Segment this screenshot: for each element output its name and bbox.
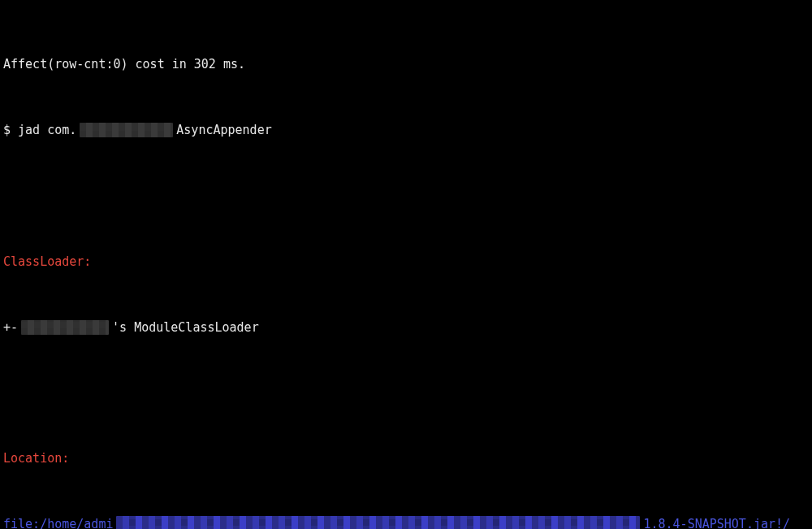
affect-status: Affect(row-cnt:0) cost in 302 ms. (3, 56, 245, 72)
shell-prompt: $ (3, 122, 18, 138)
classloader-suffix: 's ModuleClassLoader (112, 319, 259, 336)
command-jad-pre: jad com. (18, 122, 76, 138)
redacted-location-path (116, 516, 640, 529)
redacted-package-segment (80, 123, 173, 137)
command-jad-post: AsyncAppender (176, 122, 271, 138)
redacted-classloader-name (21, 320, 109, 335)
location-header: Location: (3, 450, 69, 466)
location-path-post: 1.8.4-SNAPSHOT.jar!/ (643, 516, 790, 529)
terminal-output[interactable]: Affect(row-cnt:0) cost in 302 ms. $ jad … (0, 0, 812, 529)
location-path-pre: file:/home/admi (3, 516, 113, 529)
tree-branch: +- (3, 319, 18, 336)
classloader-header: ClassLoader: (3, 254, 91, 270)
